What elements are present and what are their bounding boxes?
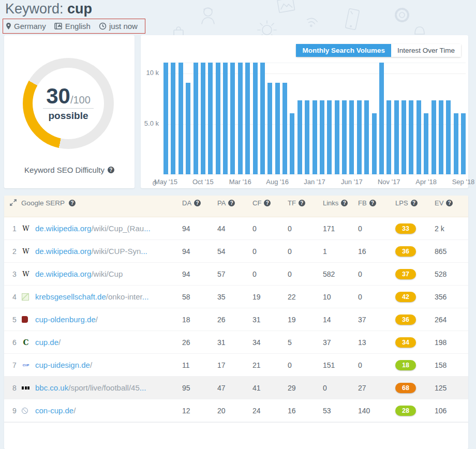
x-tick-label: Apr '18: [415, 178, 437, 186]
rank-cell: 6: [4, 338, 22, 347]
tab-interest-over-time[interactable]: Interest Over Time: [391, 44, 461, 57]
pa-help-icon[interactable]: [228, 200, 235, 206]
volume-bar[interactable]: [230, 63, 235, 174]
fb-help-icon[interactable]: [369, 200, 376, 206]
volume-bar[interactable]: [386, 100, 391, 174]
da-cell: 94: [182, 270, 217, 278]
x-tick-label: Mar '16: [229, 178, 251, 186]
row-menu-icon[interactable]: ⋮: [467, 338, 468, 347]
volume-bar[interactable]: [342, 100, 347, 174]
da-help-icon[interactable]: [194, 200, 201, 206]
volume-bar[interactable]: [454, 113, 458, 174]
volume-bar[interactable]: [461, 113, 466, 174]
volume-bar[interactable]: [260, 63, 265, 174]
row-menu-icon[interactable]: ⋮: [467, 361, 468, 369]
result-url-link[interactable]: krebsgesellschaft.de/onko-inter...: [35, 292, 182, 301]
volume-bar[interactable]: [282, 83, 287, 174]
volume-bar[interactable]: [372, 113, 377, 174]
lps-score-badge: 42: [395, 292, 416, 302]
pa-cell: 17: [217, 361, 252, 369]
volume-bar[interactable]: [401, 100, 406, 174]
tf-cell: 0: [288, 270, 323, 278]
volume-bar[interactable]: [439, 100, 443, 174]
volume-bar[interactable]: [446, 100, 451, 174]
row-menu-icon[interactable]: ⋮: [467, 383, 468, 392]
tab-monthly-search-volumes[interactable]: Monthly Search Volumes: [296, 44, 391, 57]
result-url-link[interactable]: cup-uidesign.de/: [35, 361, 182, 369]
lps-help-icon[interactable]: [411, 200, 418, 206]
difficulty-help-icon[interactable]: [108, 167, 114, 173]
volume-bar[interactable]: [394, 100, 399, 174]
x-tick-label: Jun '17: [341, 178, 363, 186]
pa-cell: 35: [217, 293, 252, 301]
bbc-favicon: [22, 386, 29, 390]
ev-help-icon[interactable]: [446, 200, 453, 206]
volume-bar[interactable]: [253, 63, 258, 174]
rank-cell: 2: [4, 247, 22, 256]
volume-bar[interactable]: [424, 113, 428, 174]
volume-bar[interactable]: [275, 83, 280, 174]
x-tick-label: Oct '15: [192, 178, 214, 186]
volume-bar[interactable]: [223, 63, 228, 174]
volume-bar[interactable]: [313, 100, 317, 174]
wikipedia-favicon: [22, 270, 30, 278]
volume-bar[interactable]: [379, 63, 384, 174]
serp-help-icon[interactable]: [69, 200, 76, 206]
volume-bar[interactable]: [245, 63, 250, 174]
volume-bar[interactable]: [171, 63, 175, 174]
volume-bar[interactable]: [409, 100, 413, 174]
result-url-link[interactable]: de.wikipedia.org/wiki/Cup: [35, 270, 182, 278]
cf-help-icon[interactable]: [264, 200, 271, 206]
result-url-link[interactable]: con-cup.de/: [35, 406, 182, 415]
row-menu-icon[interactable]: ⋮: [467, 406, 468, 415]
da-cell: 94: [182, 224, 217, 233]
row-menu-icon[interactable]: ⋮: [467, 247, 468, 256]
volume-bar[interactable]: [194, 63, 198, 174]
volume-bar[interactable]: [305, 100, 309, 174]
freshness-setting: just now: [99, 22, 138, 31]
volume-bar[interactable]: [163, 63, 168, 174]
x-tick-label: Jan '17: [304, 178, 325, 186]
row-menu-icon[interactable]: ⋮: [467, 224, 468, 233]
links-help-icon[interactable]: [341, 200, 348, 206]
volume-bar[interactable]: [335, 100, 339, 174]
row-menu-icon[interactable]: ⋮: [467, 292, 468, 301]
serp-table-title: Google SERP: [21, 199, 65, 207]
row-menu-icon[interactable]: ⋮: [467, 315, 468, 324]
volume-bar[interactable]: [298, 100, 302, 174]
volume-bar[interactable]: [432, 100, 436, 174]
links-cell: 1: [323, 247, 358, 256]
wifi-doodle-icon: [303, 14, 321, 29]
volume-bar[interactable]: [178, 63, 183, 174]
location-label: Germany: [14, 22, 46, 31]
volume-bar[interactable]: [364, 100, 369, 174]
volume-bar[interactable]: [208, 63, 213, 174]
volume-bar[interactable]: [327, 100, 332, 174]
da-cell: 18: [182, 316, 217, 324]
ev-cell: 106: [435, 407, 467, 415]
volume-bar[interactable]: [216, 63, 220, 174]
fb-cell: 0: [358, 361, 395, 369]
volume-bar[interactable]: [357, 100, 362, 174]
result-url-link[interactable]: cup-oldenburg.de/: [35, 315, 182, 324]
volume-bar[interactable]: [238, 63, 243, 174]
volume-bar[interactable]: [416, 100, 421, 174]
ev-cell: 528: [435, 270, 467, 278]
expand-table-icon[interactable]: [9, 199, 17, 208]
result-url-link[interactable]: de.wikipedia.org/wiki/Cup_(Rau...: [35, 224, 182, 233]
volume-bar[interactable]: [290, 113, 294, 174]
row-menu-icon[interactable]: ⋮: [467, 270, 468, 278]
table-row: 9con-cup.de/122024165314028106⋮: [4, 399, 468, 422]
result-url-link[interactable]: cup.de/: [35, 338, 182, 347]
volume-bar[interactable]: [320, 100, 324, 174]
tf-help-icon[interactable]: [299, 200, 305, 206]
volume-bar[interactable]: [349, 100, 354, 174]
volume-bar[interactable]: [267, 83, 272, 174]
volume-bar[interactable]: [186, 83, 190, 174]
volume-bar[interactable]: [201, 63, 205, 174]
result-url-link[interactable]: bbc.co.uk/sport/live/football/45...: [35, 383, 182, 392]
cf-cell: 0: [252, 224, 288, 233]
links-cell: 53: [323, 407, 358, 415]
da-cell: 94: [182, 247, 217, 256]
result-url-link[interactable]: de.wikipedia.org/wiki/CUP-Syn...: [35, 247, 182, 256]
